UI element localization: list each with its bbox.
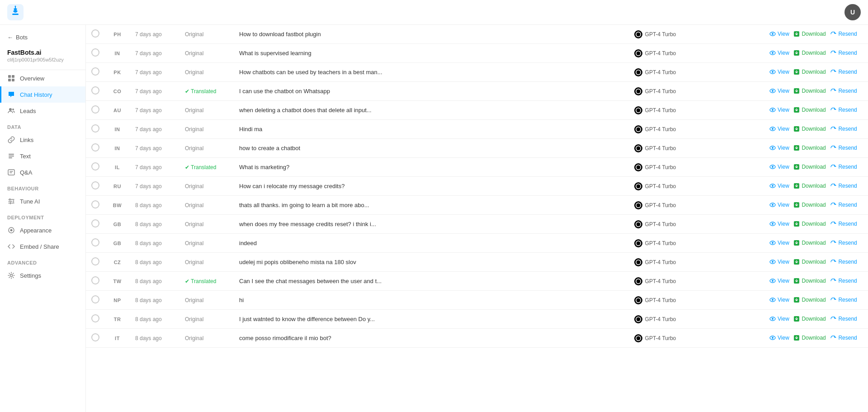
row-checkbox[interactable] xyxy=(91,162,99,170)
svg-point-57 xyxy=(772,261,774,263)
view-button[interactable]: View xyxy=(769,220,789,228)
download-button[interactable]: Download xyxy=(793,49,826,57)
row-model: GPT-4 Turbo xyxy=(629,44,764,63)
download-button[interactable]: Download xyxy=(793,144,826,152)
row-checkbox[interactable] xyxy=(91,219,99,227)
resend-button[interactable]: Resend xyxy=(830,296,857,304)
embed-icon xyxy=(7,242,15,251)
download-button[interactable]: Download xyxy=(793,125,826,133)
view-button[interactable]: View xyxy=(769,182,789,190)
download-button[interactable]: Download xyxy=(793,315,826,323)
download-button[interactable]: Download xyxy=(793,30,826,38)
download-button[interactable]: Download xyxy=(793,239,826,247)
download-button[interactable]: Download xyxy=(793,163,826,171)
sidebar-item-chat-history[interactable]: Chat History xyxy=(0,86,85,103)
resend-button[interactable]: Resend xyxy=(830,125,857,133)
resend-button[interactable]: Resend xyxy=(830,144,857,152)
row-checkbox[interactable] xyxy=(91,314,99,322)
svg-rect-14 xyxy=(9,156,14,156)
download-icon xyxy=(793,221,800,227)
view-button[interactable]: View xyxy=(769,334,789,342)
svg-point-11 xyxy=(9,108,12,111)
sidebar-item-text[interactable]: Text xyxy=(0,148,85,164)
resend-button[interactable]: Resend xyxy=(830,315,857,323)
row-checkbox[interactable] xyxy=(91,29,99,38)
row-checkbox[interactable] xyxy=(91,333,99,341)
resend-button[interactable]: Resend xyxy=(830,220,857,228)
view-button[interactable]: View xyxy=(769,258,789,266)
view-button[interactable]: View xyxy=(769,277,789,285)
resend-button[interactable]: Resend xyxy=(830,182,857,190)
resend-button[interactable]: Resend xyxy=(830,258,857,266)
download-button[interactable]: Download xyxy=(793,106,826,114)
sidebar-item-qa[interactable]: Q&A xyxy=(0,164,85,180)
view-button[interactable]: View xyxy=(769,144,789,152)
row-checkbox[interactable] xyxy=(91,257,99,265)
download-button[interactable]: Download xyxy=(793,220,826,228)
sidebar-item-embed-share[interactable]: Embed / Share xyxy=(0,238,85,255)
row-checkbox[interactable] xyxy=(91,105,99,114)
row-checkbox[interactable] xyxy=(91,124,99,133)
row-checkbox[interactable] xyxy=(91,295,99,303)
resend-button[interactable]: Resend xyxy=(830,49,857,57)
view-button[interactable]: View xyxy=(769,106,789,114)
text-icon xyxy=(7,152,15,160)
row-actions: View Download Resend xyxy=(764,234,868,253)
table-row: AU7 days agoOriginalwhen deleting a chat… xyxy=(86,101,868,120)
sidebar-item-settings[interactable]: Settings xyxy=(0,267,85,284)
resend-button[interactable]: Resend xyxy=(830,334,857,342)
download-button[interactable]: Download xyxy=(793,68,826,76)
row-checkbox[interactable] xyxy=(91,86,99,95)
sidebar-item-appearance[interactable]: Appearance xyxy=(0,222,85,238)
row-actions: View Download Resend xyxy=(764,329,868,348)
view-button[interactable]: View xyxy=(769,296,789,304)
view-button[interactable]: View xyxy=(769,125,789,133)
resend-button[interactable]: Resend xyxy=(830,68,857,76)
download-button[interactable]: Download xyxy=(793,258,826,266)
row-checkbox[interactable] xyxy=(91,143,99,152)
row-checkbox[interactable] xyxy=(91,67,99,76)
gpt-icon xyxy=(634,315,642,323)
sidebar-item-links[interactable]: Links xyxy=(0,132,85,148)
resend-button[interactable]: Resend xyxy=(830,163,857,171)
download-button[interactable]: Download xyxy=(793,296,826,304)
view-button[interactable]: View xyxy=(769,315,789,323)
download-button[interactable]: Download xyxy=(793,87,826,95)
download-button[interactable]: Download xyxy=(793,182,826,190)
sidebar-item-overview[interactable]: Overview xyxy=(0,70,85,86)
resend-button[interactable]: Resend xyxy=(830,239,857,247)
resend-button[interactable]: Resend xyxy=(830,201,857,209)
view-button[interactable]: View xyxy=(769,49,789,57)
row-actions: View Download Resend xyxy=(764,272,868,291)
view-button[interactable]: View xyxy=(769,87,789,95)
view-button[interactable]: View xyxy=(769,68,789,76)
download-button[interactable]: Download xyxy=(793,334,826,342)
country-code: GB xyxy=(105,234,130,253)
row-checkbox[interactable] xyxy=(91,48,99,57)
sidebar-item-tune-ai[interactable]: Tune AI xyxy=(0,193,85,209)
row-checkbox[interactable] xyxy=(91,238,99,246)
sidebar: ← Bots FastBots.ai clifj1rp0001pr905w5f2… xyxy=(0,25,86,412)
resend-button[interactable]: Resend xyxy=(830,277,857,285)
row-checkbox[interactable] xyxy=(91,200,99,208)
view-button[interactable]: View xyxy=(769,30,789,38)
table-row: IN7 days agoOriginalhow to create a chat… xyxy=(86,139,868,158)
download-button[interactable]: Download xyxy=(793,201,826,209)
download-button[interactable]: Download xyxy=(793,277,826,285)
resend-button[interactable]: Resend xyxy=(830,106,857,114)
resend-button[interactable]: Resend xyxy=(830,87,857,95)
back-to-bots[interactable]: ← Bots xyxy=(0,30,85,44)
resend-icon xyxy=(830,240,836,246)
view-button[interactable]: View xyxy=(769,201,789,209)
view-button[interactable]: View xyxy=(769,239,789,247)
resend-icon xyxy=(830,88,836,94)
sidebar-item-leads[interactable]: Leads xyxy=(0,103,85,119)
table-row: IN7 days agoOriginalWhat is supervised l… xyxy=(86,44,868,63)
row-checkbox[interactable] xyxy=(91,181,99,189)
tune-icon xyxy=(7,197,15,205)
view-button[interactable]: View xyxy=(769,163,789,171)
user-avatar[interactable]: U xyxy=(844,4,861,20)
resend-button[interactable]: Resend xyxy=(830,30,857,38)
row-checkbox[interactable] xyxy=(91,276,99,284)
row-type: Original xyxy=(179,234,234,253)
